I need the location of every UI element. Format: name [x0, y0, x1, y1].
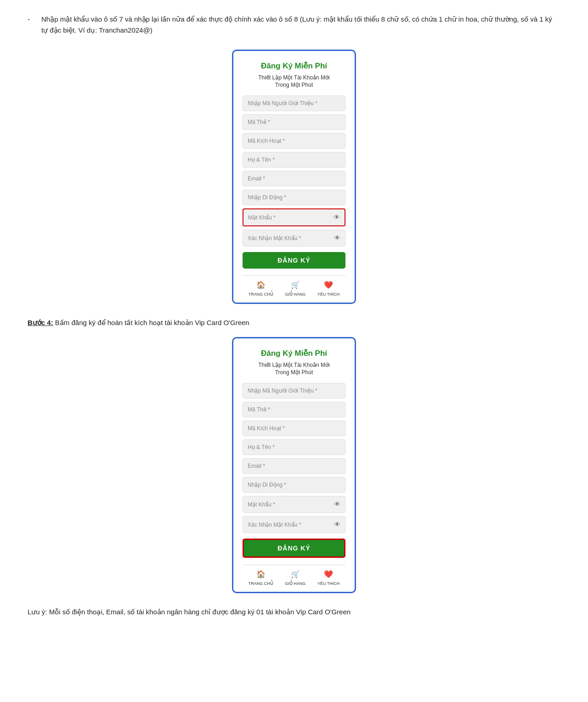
form1-field-confirm-password[interactable]: Xác Nhận Mật Khẩu * 👁	[243, 230, 345, 247]
form2-nav-wishlist-label: YÊU THÍCH	[317, 581, 339, 587]
cart-icon2: 🛒	[291, 569, 300, 580]
form1-subtitle: Thiết Lập Một Tài Khoản MớiTrong Một Phú…	[243, 74, 345, 90]
form1-fullname-placeholder: Họ & Tên *	[248, 156, 275, 164]
instruction-content: Nhập mật khẩu vào ô số 7 và nhập lại lần…	[41, 14, 560, 36]
form1-activation-placeholder: Mã Kích Hoạt *	[248, 137, 285, 145]
form2-password-placeholder: Mật Khẩu *	[248, 500, 275, 509]
form2-activation-placeholder: Mã Kích Hoạt *	[248, 424, 285, 432]
form2-field-referral[interactable]: Nhập Mã Người Giới Thiệu *	[243, 383, 345, 399]
heart-icon2: ❤️	[324, 569, 333, 580]
form1-card-placeholder: Mã Thẻ *	[248, 118, 270, 126]
note-content: Lưu ý: Mỗi số điện thoại, Email, số tài …	[28, 608, 351, 616]
form2-fullname-placeholder: Họ & Tên *	[248, 443, 275, 451]
form2-email-placeholder: Email *	[248, 462, 265, 470]
form1-bottom-nav: 🏠 TRANG CHỦ 🛒 GIỎ HÀNG ❤️ YÊU THÍCH	[243, 275, 345, 298]
form2-wrapper: Đăng Ký Miễn Phí Thiết Lập Một Tài Khoản…	[28, 337, 560, 593]
home-icon: 🏠	[256, 280, 266, 291]
form2-nav-home-label: TRANG CHỦ	[249, 581, 273, 587]
form2-title: Đăng Ký Miễn Phí	[243, 348, 345, 359]
form1-nav-cart-label: GIỎ HÀNG	[285, 292, 305, 298]
form2-confirm-eye-icon[interactable]: 👁	[334, 520, 340, 529]
form1-wrapper: Đăng Ký Miễn Phí Thiết Lập Một Tài Khoản…	[28, 50, 560, 304]
form2-phone-placeholder: Nhập Di Động *	[248, 481, 286, 489]
cart-icon: 🛒	[291, 280, 300, 291]
form2-field-activation[interactable]: Mã Kích Hoạt *	[243, 421, 345, 436]
form2-field-phone[interactable]: Nhập Di Động *	[243, 477, 345, 493]
form2-field-email[interactable]: Email *	[243, 458, 345, 474]
form2-field-confirm-password[interactable]: Xác Nhận Mật Khẩu * 👁	[243, 516, 345, 533]
form1-referral-placeholder: Nhập Mã Người Giới Thiệu *	[248, 99, 317, 107]
form2-confirm-placeholder: Xác Nhận Mật Khẩu *	[248, 521, 301, 529]
form2-nav-cart[interactable]: 🛒 GIỎ HÀNG	[285, 569, 305, 587]
footer-note: Lưu ý: Mỗi số điện thoại, Email, số tài …	[28, 607, 560, 618]
form1-register-button[interactable]: ĐĂNG KÝ	[243, 252, 345, 269]
form1-field-password[interactable]: Mật Khẩu * 👁	[243, 208, 345, 226]
form1-field-card[interactable]: Mã Thẻ *	[243, 114, 345, 130]
form2-nav-home[interactable]: 🏠 TRANG CHỦ	[249, 569, 273, 587]
form1-field-fullname[interactable]: Họ & Tên *	[243, 152, 345, 168]
form1-nav-wishlist[interactable]: ❤️ YÊU THÍCH	[317, 280, 339, 298]
form2-password-eye-icon[interactable]: 👁	[334, 500, 340, 509]
form1-nav-wishlist-label: YÊU THÍCH	[317, 292, 339, 298]
bullet-symbol: -	[28, 14, 37, 36]
form2-card-placeholder: Mã Thẻ *	[248, 405, 270, 414]
heart-icon: ❤️	[324, 280, 333, 291]
form1-nav-home[interactable]: 🏠 TRANG CHỦ	[249, 280, 273, 298]
form2-bottom-nav: 🏠 TRANG CHỦ 🛒 GIỎ HÀNG ❤️ YÊU THÍCH	[243, 565, 345, 587]
form1-phone-placeholder: Nhập Di Động *	[248, 193, 286, 202]
form1-email-placeholder: Email *	[248, 174, 265, 183]
form2-field-card[interactable]: Mã Thẻ *	[243, 402, 345, 417]
form1-nav-cart[interactable]: 🛒 GIỎ HÀNG	[285, 280, 305, 298]
home-icon2: 🏠	[256, 569, 266, 580]
instruction-block: - Nhập mật khẩu vào ô số 7 và nhập lại l…	[28, 14, 560, 36]
step4-text: Bấm đăng ký để hoàn tất kích hoạt tài kh…	[55, 319, 249, 326]
step4-prefix: Bước 4:	[28, 319, 53, 326]
form2-nav-wishlist[interactable]: ❤️ YÊU THÍCH	[317, 569, 339, 587]
form1-field-phone[interactable]: Nhập Di Động *	[243, 190, 345, 205]
form2-subtitle: Thiết Lập Một Tài Khoản MớiTrong Một Phú…	[243, 361, 345, 377]
form2-field-password[interactable]: Mật Khẩu * 👁	[243, 496, 345, 513]
form1-field-referral[interactable]: Nhập Mã Người Giới Thiệu *	[243, 95, 345, 111]
form2-referral-placeholder: Nhập Mã Người Giới Thiệu *	[248, 387, 317, 395]
step4-label: Bước 4: Bấm đăng ký để hoàn tất kích hoạ…	[28, 318, 560, 328]
form1-frame: Đăng Ký Miễn Phí Thiết Lập Một Tài Khoản…	[232, 50, 356, 304]
form1-field-email[interactable]: Email *	[243, 171, 345, 186]
form2-nav-cart-label: GIỎ HÀNG	[285, 581, 305, 587]
form1-password-eye-icon[interactable]: 👁	[334, 213, 340, 222]
form1-confirm-placeholder: Xác Nhận Mật Khẩu *	[248, 234, 301, 242]
form2-frame: Đăng Ký Miễn Phí Thiết Lập Một Tài Khoản…	[232, 337, 356, 593]
form1-confirm-eye-icon[interactable]: 👁	[334, 233, 340, 243]
form2-field-fullname[interactable]: Họ & Tên *	[243, 439, 345, 455]
form1-field-activation[interactable]: Mã Kích Hoạt *	[243, 133, 345, 149]
form2-register-button[interactable]: ĐĂNG KÝ	[243, 539, 345, 558]
form1-title: Đăng Ký Miễn Phí	[243, 60, 345, 72]
form1-password-placeholder: Mật Khẩu *	[248, 213, 276, 222]
form1-nav-home-label: TRANG CHỦ	[249, 292, 273, 298]
